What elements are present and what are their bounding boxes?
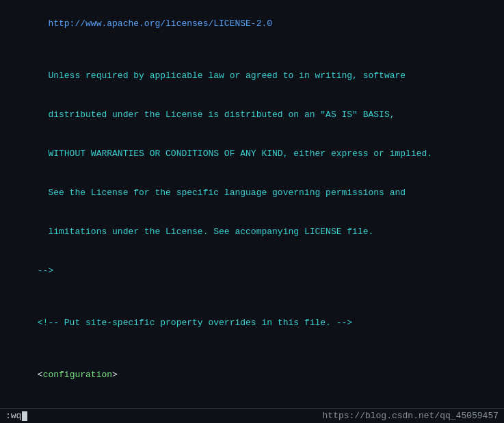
line-empty-2 — [5, 290, 499, 303]
command-text[interactable]: :wq — [5, 411, 21, 421]
line-comment-2: distributed under the License is distrib… — [5, 95, 499, 134]
cursor — [22, 411, 27, 421]
status-bar: :wq https://blog.csdn.net/qq_45059457 — [0, 408, 504, 423]
line-comment-5: limitations under the License. See accom… — [5, 212, 499, 251]
line-comment-1: Unless required by applicable law or agr… — [5, 56, 499, 95]
line-comment-3: WITHOUT WARRANTIES OR CONDITIONS OF ANY … — [5, 134, 499, 173]
line-inline-comment: <!-- Put site-specific property override… — [5, 303, 499, 342]
url-text: http://www.apache.org/licenses/LICENSE-2… — [38, 18, 272, 29]
editor: http://www.apache.org/licenses/LICENSE-2… — [0, 0, 504, 423]
line-empty-3 — [5, 342, 499, 355]
line-comment-4: See the License for the specific languag… — [5, 173, 499, 212]
status-command: :wq — [5, 411, 27, 421]
code-area: http://www.apache.org/licenses/LICENSE-2… — [0, 3, 504, 423]
line-comment-close: --> — [5, 251, 499, 290]
line-url: http://www.apache.org/licenses/LICENSE-2… — [5, 4, 499, 43]
line-empty-1 — [5, 43, 499, 56]
status-url: https://blog.csdn.net/qq_45059457 — [323, 411, 499, 421]
line-config-open: <configuration> — [5, 355, 499, 394]
